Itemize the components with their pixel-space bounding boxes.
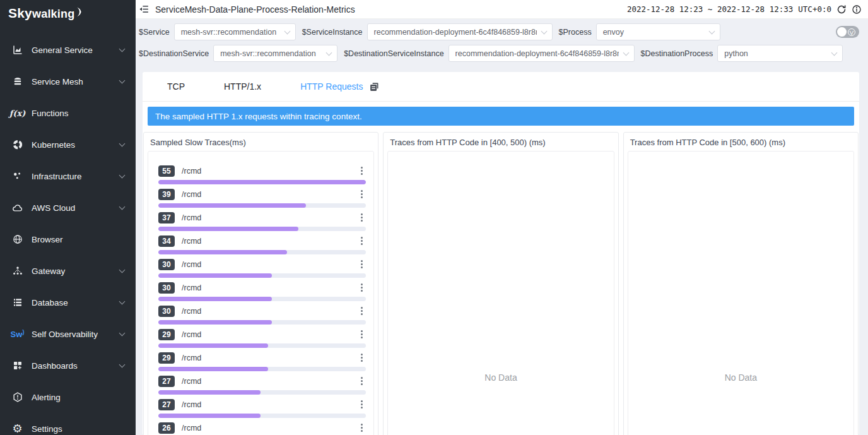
trace-endpoint-label: /rcmd: [182, 167, 201, 176]
trace-value-badge: 30: [158, 282, 175, 294]
skywalking-logo[interactable]: Sky walking: [0, 0, 136, 21]
sidebar-item-label: Self Observability: [32, 330, 98, 339]
sidebar-item-aws-cloud[interactable]: AWS Cloud: [0, 192, 136, 223]
chevron-down-icon: [119, 172, 126, 178]
sidebar-item-database[interactable]: Database: [0, 287, 136, 318]
trace-more-menu-button[interactable]: [358, 165, 366, 176]
logo-text-primary: Sky: [8, 6, 32, 21]
filter-destination-service-instance-label: $DestinationServiceInstance: [344, 49, 443, 58]
chevron-down-icon: [119, 361, 126, 367]
copy-icon[interactable]: [369, 81, 380, 92]
sidebar-item-dashboards[interactable]: Dashboards: [0, 350, 136, 381]
filter-service-value: mesh-svr::recommendation: [181, 28, 280, 37]
sidebar-item-label: Gateway: [32, 266, 65, 276]
sidebar-item-alerting[interactable]: Alerting: [0, 381, 136, 413]
trace-endpoint-label: /rcmd: [182, 424, 201, 432]
trace-endpoint-label: /rcmd: [182, 330, 201, 339]
trace-row: 55/rcmd: [158, 165, 366, 184]
sidebar-item-label: AWS Cloud: [32, 203, 75, 213]
filter-destination-service-select[interactable]: mesh-svr::recommendation: [213, 45, 337, 62]
trace-row-top: 29/rcmd: [158, 352, 366, 364]
filter-destination-process-select[interactable]: python: [717, 45, 843, 62]
trace-more-menu-button[interactable]: [358, 329, 366, 340]
panel-http-400: Traces from HTTP Code in [400, 500) (ms)…: [383, 132, 618, 435]
sidebar-item-infrastructure[interactable]: Infrastructure: [0, 160, 136, 192]
chevron-down-icon: [708, 28, 715, 34]
sidebar-item-functions[interactable]: ƒ(x)Functions: [0, 97, 136, 129]
timezone-label: UTC+0:0: [798, 4, 831, 14]
trace-duration-bar: [158, 297, 272, 301]
trace-more-menu-button[interactable]: [358, 422, 366, 433]
filter-destination-service-instance-select[interactable]: recommendation-deployment-6c4f846859-l8r…: [449, 45, 635, 62]
tab-tcp[interactable]: TCP: [167, 81, 185, 92]
trace-row: 39/rcmd: [158, 188, 366, 208]
sw-icon: Sw): [10, 329, 25, 339]
trace-more-menu-button[interactable]: [358, 282, 366, 293]
sidebar-item-settings[interactable]: ⚙Settings: [0, 413, 136, 435]
sidebar-item-kubernetes[interactable]: Kubernetes: [0, 129, 136, 160]
trace-more-menu-button[interactable]: [358, 235, 366, 246]
toggle-view-label: V: [848, 28, 855, 36]
sidebar-item-browser[interactable]: Browser: [0, 223, 136, 255]
refresh-icon[interactable]: [836, 4, 847, 15]
trace-more-menu-button[interactable]: [358, 259, 366, 270]
trace-row-top: 29/rcmd: [158, 328, 366, 340]
filter-service-instance-label: $ServiceInstance: [302, 28, 363, 37]
view-mode-toggle[interactable]: V: [836, 26, 859, 38]
info-icon[interactable]: [852, 4, 862, 15]
filter-service-select[interactable]: mesh-svr::recommendation: [174, 23, 296, 40]
chevron-down-icon: [831, 49, 838, 56]
trace-more-menu-button[interactable]: [358, 212, 366, 223]
trace-row: 29/rcmd: [158, 328, 366, 348]
sidebar-item-label: Dashboards: [32, 361, 78, 371]
panel-slow-traces: Sampled Slow Traces(ms) 55/rcmd39/rcmd37…: [143, 132, 378, 435]
filter-destination-process-value: python: [724, 49, 827, 58]
tab-cell-http1x: HTTP/1.x: [224, 81, 261, 92]
tab-http1x[interactable]: HTTP/1.x: [224, 81, 261, 92]
trace-endpoint-label: /rcmd: [182, 400, 201, 409]
sidebar-item-service-mesh[interactable]: Service Mesh: [0, 66, 136, 97]
notice-banner-text: The sampled HTTP 1.x requests within tra…: [155, 112, 362, 121]
collapse-sidebar-icon[interactable]: [139, 4, 150, 15]
sidebar-item-self-observability[interactable]: Sw)Self Observability: [0, 318, 136, 350]
trace-more-menu-button[interactable]: [358, 189, 366, 200]
trace-more-menu-button[interactable]: [358, 352, 366, 363]
chevron-down-icon: [119, 45, 126, 52]
trace-duration-bar: [158, 227, 298, 231]
trace-more-menu-button[interactable]: [358, 376, 366, 386]
trace-value-badge: 55: [158, 165, 175, 177]
filter-service-instance-select[interactable]: recommendation-deployment-6c4f846859-l8r…: [367, 23, 553, 40]
sidebar: Sky walking General ServiceService Meshƒ…: [0, 0, 136, 435]
trace-duration-bar-track: [158, 273, 366, 278]
trace-row-top: 26/rcmd: [158, 422, 366, 434]
tab-http-requests[interactable]: HTTP Requests: [300, 81, 363, 92]
toggle-knob: [837, 27, 847, 37]
trace-value-badge: 26: [158, 422, 175, 434]
trace-endpoint-label: /rcmd: [182, 377, 201, 386]
app-root: Sky walking General ServiceService Meshƒ…: [0, 0, 868, 435]
chevron-down-icon: [623, 49, 629, 56]
trace-duration-bar-track: [158, 320, 366, 325]
trace-more-menu-button[interactable]: [358, 306, 366, 316]
trace-value-badge: 29: [158, 329, 175, 340]
trace-row: 37/rcmd: [158, 212, 366, 231]
trace-duration-bar-track: [158, 414, 366, 418]
sidebar-item-label: General Service: [32, 45, 93, 55]
trace-duration-bar: [158, 203, 306, 208]
sidebar-item-gateway[interactable]: Gateway: [0, 255, 136, 287]
trace-duration-bar: [158, 343, 268, 348]
chevron-down-icon: [119, 298, 126, 304]
trace-row-top: 30/rcmd: [158, 258, 366, 270]
time-range[interactable]: 2022-12-28 12:23 ~ 2022-12-28 12:33: [627, 4, 793, 14]
sidebar-item-label: Infrastructure: [32, 172, 82, 181]
sidebar-item-label: Alerting: [32, 393, 61, 402]
trace-more-menu-button[interactable]: [358, 399, 366, 410]
dashboards-icon: [10, 360, 25, 371]
chevron-down-icon: [119, 330, 126, 336]
top-bar: ServiceMesh-Data-Plane-Process-Relation-…: [136, 0, 868, 19]
trace-duration-bar-track: [158, 227, 366, 231]
notice-banner: The sampled HTTP 1.x requests within tra…: [148, 107, 854, 126]
trace-row-top: 39/rcmd: [158, 188, 366, 200]
sidebar-item-general-service[interactable]: General Service: [0, 34, 136, 66]
filter-process-select[interactable]: envoy: [596, 23, 720, 40]
